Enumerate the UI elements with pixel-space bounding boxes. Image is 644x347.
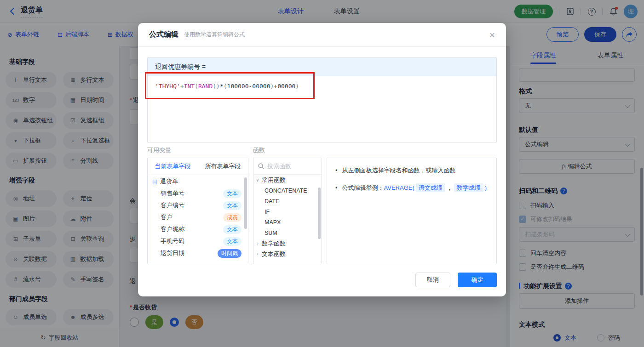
function-item[interactable]: DATE <box>253 196 322 206</box>
tab-all-form-fields[interactable]: 所有表单字段 <box>198 162 248 171</box>
formula-input-area[interactable]: 'THYHQ'+INT(RAND()*(100000-00000)+00000) <box>148 76 496 96</box>
variables-tree-root[interactable]: ▤ 退货单 <box>148 175 248 188</box>
confirm-button[interactable]: 确定 <box>458 273 497 287</box>
example-field-pill: 数学成绩 <box>454 183 483 192</box>
type-badge: 时间戳 <box>218 249 242 258</box>
close-icon[interactable]: × <box>489 30 495 40</box>
variables-section-label: 可用变量 <box>147 146 171 154</box>
modal-subtitle: 使用数学运算符编辑公式 <box>184 31 245 39</box>
caret-down-icon: ∨ <box>253 177 262 182</box>
variable-row[interactable]: 手机号码文本 <box>148 235 248 247</box>
caret-right-icon: › <box>253 241 262 246</box>
variable-row[interactable]: 客户昵称文本 <box>148 223 248 235</box>
formula-target-label: 退回优惠券编号 = <box>148 58 496 76</box>
formula-edit-modal: 公式编辑 使用数学运算符编辑公式 × 退回优惠券编号 = 'THYHQ'+INT… <box>138 23 506 296</box>
type-badge: 文本 <box>223 237 242 246</box>
variables-tabs: 当前表单字段 所有表单字段 <box>148 158 248 175</box>
variable-row[interactable]: 退货日期时间戳 <box>148 247 248 259</box>
function-group-math[interactable]: ›数学函数 <box>253 238 322 249</box>
function-item[interactable]: SUM <box>253 228 322 238</box>
function-search-input[interactable] <box>267 163 313 170</box>
functions-section-label: 函数 <box>253 146 265 154</box>
functions-panel: ∨常用函数 CONCATENATE DATE IF MAPX SUM ›数学函数… <box>253 158 322 264</box>
example-field-pill: 语文成绩 <box>416 183 445 192</box>
document-icon: ▤ <box>152 178 157 185</box>
help-line-2: 公式编辑举例：AVERAGE(语文成绩，数学成绩) <box>335 183 488 193</box>
modal-header: 公式编辑 使用数学运算符编辑公式 × <box>138 23 506 47</box>
type-badge: 文本 <box>223 201 242 210</box>
function-item[interactable]: IF <box>253 206 322 217</box>
type-badge: 文本 <box>223 225 242 234</box>
help-line-1: 从左侧面板选择字段名和函数，或输入函数 <box>335 165 488 176</box>
function-search <box>253 158 322 175</box>
function-item[interactable]: MAPX <box>253 217 322 228</box>
modal-footer: 取消 确定 <box>415 273 497 287</box>
tab-current-form-fields[interactable]: 当前表单字段 <box>148 162 198 171</box>
search-icon <box>258 163 264 169</box>
variable-row[interactable]: 客户成员 <box>148 211 248 223</box>
function-group-common[interactable]: ∨常用函数 <box>253 175 322 185</box>
cancel-button[interactable]: 取消 <box>415 273 450 287</box>
formula-editor-box: 退回优惠券编号 = 'THYHQ'+INT(RAND()*(100000-000… <box>147 57 497 142</box>
formula-help-panel: 从左侧面板选择字段名和函数，或输入函数 公式编辑举例：AVERAGE(语文成绩，… <box>327 158 497 264</box>
type-badge: 文本 <box>223 189 242 198</box>
variables-panel: 当前表单字段 所有表单字段 ▤ 退货单 销售单号文本 客户编号文本 客户成员 客… <box>147 158 248 264</box>
variables-scrollbar-thumb[interactable] <box>244 177 247 229</box>
form-designer-app: 退货单 表单设计 表单设置 数据管理 ? 理 ⊘ 表单外链 ⊡ <box>0 0 644 347</box>
modal-title: 公式编辑 <box>149 30 178 40</box>
type-badge: 成员 <box>223 213 242 222</box>
function-item[interactable]: CONCATENATE <box>253 185 322 196</box>
variable-row[interactable]: 客户编号文本 <box>148 199 248 211</box>
function-group-text[interactable]: ›文本函数 <box>253 249 322 259</box>
functions-scrollbar-thumb[interactable] <box>318 188 321 239</box>
caret-right-icon: › <box>253 251 262 256</box>
variable-row[interactable]: 销售单号文本 <box>148 188 248 199</box>
